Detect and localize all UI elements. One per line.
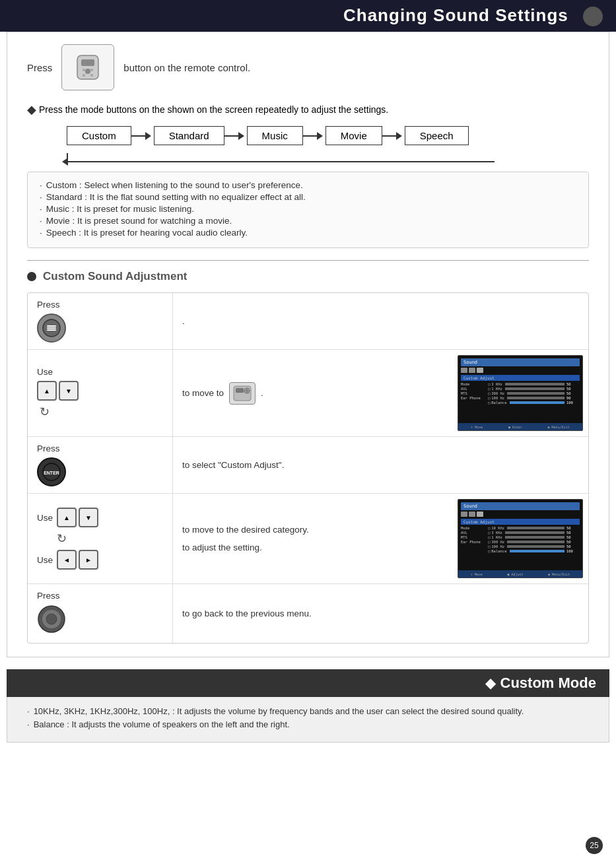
page-number: 25	[586, 837, 603, 854]
arrow-movie-speech	[382, 131, 405, 141]
down-btn-icon: ▼	[59, 381, 79, 401]
mode-movie[interactable]: Movie	[325, 126, 382, 145]
left-btn-icon: ◄	[57, 550, 77, 570]
adj-desc-use2b: to adjust the setting.	[182, 543, 262, 552]
back-button-icon	[37, 605, 66, 636]
ss1-topbar: Sound	[461, 358, 580, 366]
back-line	[67, 153, 495, 162]
menu-button-icon	[37, 314, 66, 343]
scroll2-icon: ↻	[54, 531, 69, 546]
bullet-item-custom: ·Custom : Select when listening to the s…	[40, 180, 576, 190]
adj-left-use2: Use ▲ ▼ ↻ Use ◄ ►	[28, 494, 173, 583]
adj-desc-press1: .	[182, 316, 185, 326]
svg-text:ENTER: ENTER	[44, 471, 59, 475]
adj-row-press3: Press to go back to the previous menu.	[28, 584, 588, 643]
svg-rect-3	[83, 69, 85, 71]
ss1-subtitle: Custom Adjust	[461, 375, 580, 381]
mode-speech[interactable]: Speech	[405, 126, 469, 145]
diamond-icon: ◆	[27, 102, 36, 117]
adj-desc-use1a: to move to	[182, 388, 224, 398]
enter-button-icon: ENTER	[37, 457, 66, 486]
adj-right-use2: to move to the desired category. to adju…	[173, 494, 458, 583]
press-label: Press	[27, 62, 52, 73]
arrow-buttons-icon: ▲ ▼	[37, 381, 79, 401]
arrow-btns-icon2: ▲ ▼	[57, 508, 98, 527]
menu-svg	[42, 319, 61, 337]
scroll-icon: ↻	[37, 405, 51, 419]
adj-action-use1: Use	[37, 367, 53, 377]
adj-right-press2: to select "Custom Adjust".	[173, 437, 588, 493]
bullet-item-standard: ·Standard : It is the flat sound setting…	[40, 192, 576, 202]
page-title: Changing Sound Settings	[343, 5, 568, 25]
adj-action-use2a: Use	[37, 513, 53, 523]
remote-icon	[61, 44, 114, 90]
back-arrowhead	[62, 158, 68, 166]
adj-desc-use1b: .	[261, 388, 263, 398]
adj-left-press2: Press ENTER	[28, 437, 173, 493]
adj-right-use1: to move to .	[173, 350, 458, 436]
bullet-item-movie: ·Movie : It is preset sound for watching…	[40, 216, 576, 226]
svg-rect-12	[236, 388, 244, 393]
ss1-icons	[461, 368, 580, 373]
adj-row-use2: Use ▲ ▼ ↻ Use ◄ ►	[28, 494, 588, 584]
section-title-text: Custom Sound Adjustment	[43, 270, 187, 283]
section-title: Custom Sound Adjustment	[27, 270, 589, 283]
adj-left-press3: Press	[28, 584, 173, 643]
adj-action-press2: Press	[37, 444, 60, 453]
adj-left-press1: Press	[28, 293, 173, 349]
adj-scroll2: ↻	[37, 531, 98, 546]
ss2-subtitle: Custom Adjust	[461, 519, 580, 525]
svg-rect-5	[83, 74, 85, 77]
page-header: Changing Sound Settings	[0, 0, 616, 32]
ss1-footer: ⬆ Move● Enter◉ Menu/Exit	[458, 423, 582, 430]
mode-hint-text: Press the mode buttons on the shown on t…	[39, 104, 388, 115]
adj-row-use1: Use ▲ ▼ ↻ to move to	[28, 350, 588, 437]
adj-action-press1: Press	[37, 300, 60, 310]
adj-right-press1: .	[173, 293, 588, 349]
remote-svg	[72, 51, 104, 83]
after-press-label: button on the remote control.	[123, 62, 250, 73]
svg-rect-0	[77, 55, 98, 79]
adj-use2-row1: Use ▲ ▼	[37, 508, 98, 527]
arrow-btns-icon3: ◄ ►	[57, 550, 98, 570]
svg-rect-10	[47, 329, 56, 331]
main-content: Press button on the remote control. ◆ Pr…	[7, 32, 609, 657]
ss2-icons	[461, 512, 580, 517]
bullet-item-speech: ·Speech : It is preset for hearing vocal…	[40, 228, 576, 238]
screenshot-sound2: Sound Custom Adjust Mode□10 KHz50 AVL□3 …	[458, 499, 583, 578]
right-btn-icon: ►	[79, 550, 98, 570]
screenshot-sound1: Sound Custom Adjust Mode□3 KHz50 AVL□1 K…	[458, 355, 583, 431]
target-icon	[229, 382, 256, 405]
svg-point-20	[46, 614, 57, 624]
bottom-bullet-list: · 10KHz, 3KHz, 1KHz,300Hz, 100Hz, : It a…	[27, 706, 589, 729]
adj-left-use1: Use ▲ ▼ ↻	[28, 350, 173, 436]
ss2-topbar: Sound	[461, 502, 580, 510]
mode-standard[interactable]: Standard	[154, 126, 224, 145]
up-btn-icon: ▲	[37, 381, 57, 401]
mode-music[interactable]: Music	[247, 126, 303, 145]
enter-svg: ENTER	[42, 463, 61, 481]
mode-flow: Custom Standard Music Movie Speech	[67, 126, 582, 145]
section-dot-icon	[27, 272, 36, 281]
adj-use2-row2: Use ◄ ►	[37, 550, 98, 570]
adj-row-press1: Press .	[28, 293, 588, 350]
section-divider	[27, 260, 589, 261]
ss2-items: Mode□10 KHz50 AVL□3 KHz50 MTS□1 KHz50 Ea…	[461, 526, 580, 553]
target-svg	[233, 385, 252, 401]
up-btn2-icon: ▲	[57, 508, 77, 527]
bottom-bullet-1: · 10KHz, 3KHz, 1KHz,300Hz, 100Hz, : It a…	[27, 706, 589, 716]
bottom-bullet-2: · Balance : It adjusts the volume of spe…	[27, 719, 589, 729]
bottom-section: ◆ Custom Mode	[7, 669, 609, 697]
mode-hint: ◆ Press the mode buttons on the shown on…	[27, 102, 589, 117]
adj-table: Press . Use ▲ ▼	[27, 292, 589, 644]
adj-right-press3: to go back to the previous menu.	[173, 584, 588, 643]
adj-row-press2: Press ENTER to select "Custom Adjust".	[28, 437, 588, 494]
adj-desc-press2: to select "Custom Adjust".	[182, 460, 284, 470]
ss2-footer: ↑ Move● Adjust◉ Menu/Exit	[458, 570, 582, 578]
svg-rect-6	[90, 74, 93, 77]
arrow-music-movie	[303, 131, 325, 141]
bullet-item-music: ·Music : It is preset for music listenin…	[40, 204, 576, 214]
mode-custom[interactable]: Custom	[67, 126, 131, 145]
back-arrow-container	[67, 152, 582, 162]
press-row: Press button on the remote control.	[27, 44, 589, 90]
